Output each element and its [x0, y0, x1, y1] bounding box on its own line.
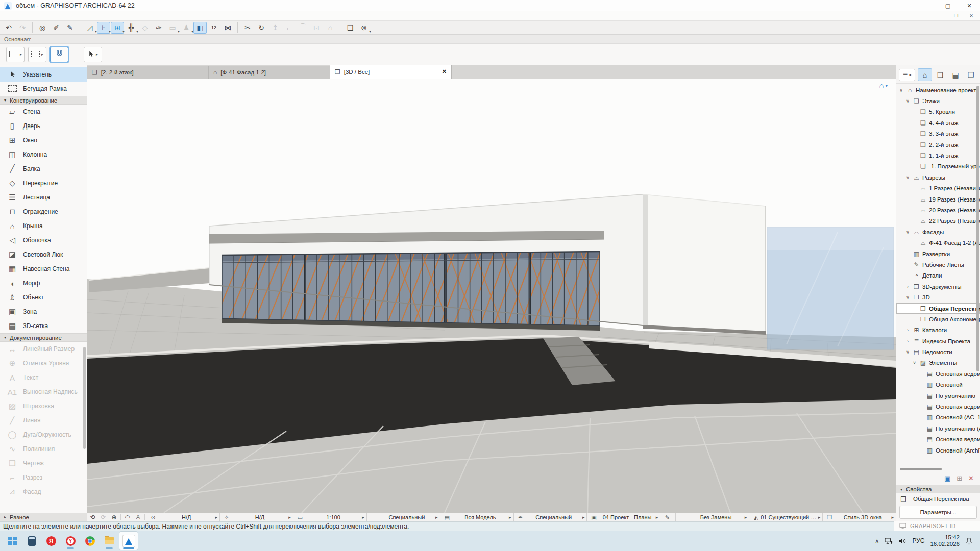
walk-mode-button[interactable]: ♙: [133, 514, 143, 521]
navigator-vertical-scrollbar[interactable]: [976, 86, 979, 371]
close-tab-icon[interactable]: ✕: [442, 68, 447, 75]
taskbar-app-yandex[interactable]: Я: [42, 532, 60, 550]
zoom-forward-button[interactable]: ⟳: [98, 514, 109, 521]
toolbox-item[interactable]: ▱ Стена: [0, 105, 87, 119]
save-view-options[interactable]: ✎: [660, 513, 675, 521]
tree-item[interactable]: ▤ Основная ведомо: [896, 434, 980, 445]
inject-parameters-icon[interactable]: ✎: [63, 22, 77, 34]
renovation-filter[interactable]: ◭ 01 Существующий пл... ▸: [749, 513, 822, 521]
doc-minimize-button[interactable]: ─: [933, 11, 948, 20]
tree-item[interactable]: ∨ ⌓ Фасады: [896, 227, 980, 237]
tree-item[interactable]: ∨ ⌓ Разрезы: [896, 172, 980, 183]
tree-item[interactable]: ⌓ 1 Разрез (Независим: [896, 183, 980, 194]
expander-icon[interactable]: ∨: [905, 175, 911, 180]
tree-item[interactable]: ∨ ▨ Элементы: [896, 358, 980, 368]
tree-item[interactable]: ◔ Детали: [896, 270, 980, 281]
graphisoft-id-badge[interactable]: GRAPHISOFT ID: [894, 521, 980, 531]
tree-item[interactable]: ❏ 5. Кровля: [896, 107, 980, 117]
snap-grid-icon[interactable]: ╬ ▾: [125, 22, 138, 34]
tree-item[interactable]: ⌓ 19 Разрез (Независи: [896, 194, 980, 205]
doc-close-button[interactable]: ✕: [964, 11, 979, 20]
minimize-button[interactable]: ─: [916, 0, 937, 11]
pointer-tool-button[interactable]: ▸: [84, 47, 102, 62]
scale[interactable]: ▭ 1:100 ▸: [293, 513, 366, 521]
toolbox-item[interactable]: ▯ Дверь: [0, 119, 87, 133]
snap-guides-icon[interactable]: ⊦ ▾: [97, 22, 110, 34]
toolbox-section-header[interactable]: ▾Документирование: [0, 333, 87, 342]
maximize-button[interactable]: ▢: [937, 0, 959, 11]
tree-item[interactable]: ∨ ❏ Этажи: [896, 95, 980, 106]
tray-chevron-up-icon[interactable]: ∧: [875, 538, 879, 544]
fillet-icon[interactable]: ⌒: [296, 22, 309, 34]
tree-item[interactable]: ⌓ Ф-41 Фасад 1-2 (Авт: [896, 237, 980, 248]
navigator-horizontal-scrollbar[interactable]: [896, 466, 980, 471]
marquee-dashed-button[interactable]: ▸: [28, 47, 46, 62]
tree-item[interactable]: ▥ Основной: [896, 380, 980, 390]
tree-item[interactable]: ∨ ⌂ Наименование проекта: [896, 85, 980, 95]
speaker-icon[interactable]: [898, 538, 906, 544]
adjust-icon[interactable]: ↻: [255, 22, 268, 34]
toolbox-item[interactable]: ☰ Лестница: [0, 190, 87, 205]
tree-item[interactable]: ∨ ▤ Ведомости: [896, 346, 980, 357]
ghost-display-icon[interactable]: ♟ ▾: [180, 22, 193, 34]
taskbar-app-chrome[interactable]: [81, 532, 99, 550]
expander-icon[interactable]: ∨: [898, 88, 904, 93]
tree-item[interactable]: ❏ 4. 4-й этаж: [896, 117, 980, 128]
tree-item[interactable]: ▤ Основная ведомо: [896, 401, 980, 412]
magic-wand-icon[interactable]: ✑: [152, 22, 165, 34]
zoom-in-button[interactable]: ⊕: [109, 514, 119, 521]
zoom-back-button[interactable]: ⟲: [87, 514, 98, 521]
tree-item[interactable]: ❏ 1. 1-й этаж: [896, 150, 980, 161]
toolbox-item[interactable]: ◇ Перекрытие: [0, 176, 87, 190]
tree-item[interactable]: › ❒ 3D-документы: [896, 281, 980, 292]
taskbar-app-start[interactable]: [3, 532, 21, 550]
partial-structure-display[interactable]: ▤ Вся Модель ▸: [440, 513, 513, 521]
toolbox-item[interactable]: ↔ Линейный Размер: [0, 342, 87, 356]
tab-3d[interactable]: ❒ [3D / Все] ✕: [330, 65, 452, 79]
camera-icon[interactable]: ⊚ ▾: [357, 22, 371, 34]
toolbox-scrollbar[interactable]: [83, 347, 86, 449]
tree-item[interactable]: ✎ Рабочие Листы: [896, 259, 980, 270]
view-map-icon[interactable]: ❏: [933, 68, 947, 81]
floor-plan-cut-plane[interactable]: ⊙ Н/Д ▸: [146, 513, 219, 521]
tree-item[interactable]: ∨ ❒ 3D: [896, 292, 980, 303]
tree-item[interactable]: ⌓ 22 Разрез (Независи: [896, 216, 980, 227]
tree-item[interactable]: ⌓ 20 Разрез (Независи: [896, 205, 980, 215]
tree-item[interactable]: ❒ Общая Перспектив: [896, 303, 980, 314]
network-icon[interactable]: [885, 537, 893, 544]
taskbar-app-explorer[interactable]: [100, 532, 118, 550]
find-select-icon[interactable]: ◎: [36, 22, 49, 34]
delete-view-button[interactable]: ✕: [968, 474, 974, 482]
expander-icon[interactable]: ›: [905, 284, 911, 289]
toolbox-section-header[interactable]: ▾Конструирование: [0, 96, 87, 105]
toolbox-item[interactable]: ▣ Зона: [0, 305, 87, 319]
measure-icon[interactable]: 12: [207, 22, 220, 34]
notifications-bell-icon[interactable]: [965, 537, 973, 545]
undo-icon[interactable]: ↶: [2, 22, 15, 34]
toolbox-item[interactable]: ◫ Колонна: [0, 147, 87, 162]
toolbox-item[interactable]: ◪ Световой Люк: [0, 247, 87, 262]
3d-style[interactable]: ❒ Стиль 3D-окна ▸: [822, 513, 896, 521]
tab-elevation[interactable]: ⌂ [Ф-41 Фасад 1-2]: [209, 66, 330, 79]
taskbar-app-archicad[interactable]: [119, 532, 138, 550]
expander-icon[interactable]: ∨: [905, 230, 911, 235]
toolbox-item[interactable]: ▦ Навесная Стена: [0, 262, 87, 276]
toolbox-item[interactable]: ⊞ Окно: [0, 133, 87, 147]
view-settings-button[interactable]: Параметры...: [899, 506, 977, 519]
expander-icon[interactable]: ∨: [905, 349, 911, 355]
toolbox-section-misc[interactable]: ▸ Разное: [0, 513, 87, 521]
home-story-icon[interactable]: ⌂: [324, 22, 337, 34]
tree-item[interactable]: ▥ Основной (AC_11_: [896, 412, 980, 423]
expander-icon[interactable]: ›: [905, 339, 911, 344]
toolbox-item[interactable]: A Текст: [0, 370, 87, 385]
toolbox-item[interactable]: ◯ Дуга/Окружность: [0, 428, 87, 442]
toolbox-item[interactable]: ⌂ Крыша: [0, 219, 87, 233]
tree-item[interactable]: ❏ -1. Подземный уров: [896, 161, 980, 172]
toolbox-item[interactable]: ⊓ Ограждение: [0, 205, 87, 219]
expander-icon[interactable]: ∨: [905, 295, 911, 300]
marquee-frame-icon[interactable]: ▭ ▾: [166, 22, 179, 34]
toolbox-item[interactable]: ◖ Морф: [0, 276, 87, 290]
close-button[interactable]: ✕: [959, 0, 980, 11]
toolbox-item[interactable]: ╱ Линия: [0, 413, 87, 428]
redo-icon[interactable]: ↷: [16, 22, 29, 34]
